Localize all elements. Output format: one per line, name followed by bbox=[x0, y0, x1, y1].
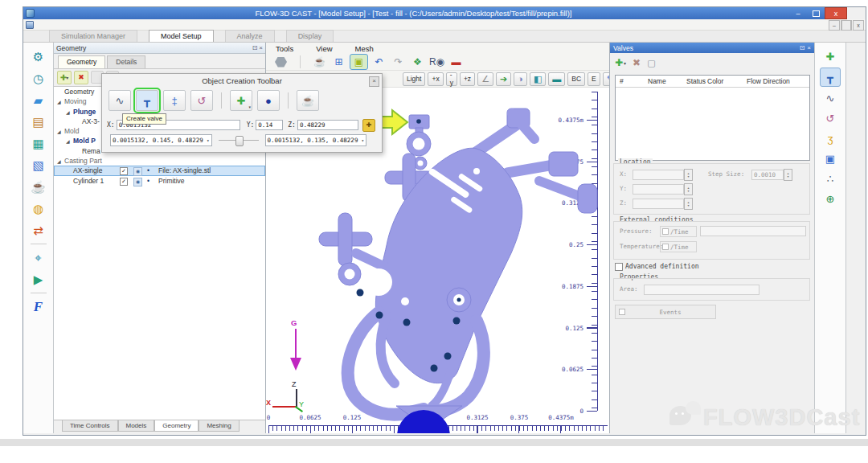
move-object-icon[interactable]: ✚ bbox=[362, 119, 375, 132]
slider-handle[interactable] bbox=[235, 136, 244, 146]
mdi-close-button[interactable]: x bbox=[853, 20, 864, 31]
pour-ladle-icon[interactable]: ☕ bbox=[297, 90, 319, 111]
step-size-field[interactable]: 0.0010 bbox=[751, 170, 784, 180]
delete-valve-button[interactable]: ✖ bbox=[633, 57, 641, 68]
valve-tool-icon[interactable]: ┳ bbox=[820, 68, 841, 87]
events-button[interactable]: Events bbox=[615, 305, 716, 319]
create-vent-icon[interactable]: ↺ bbox=[190, 90, 213, 111]
copy-valve-button[interactable]: ▢ bbox=[647, 58, 655, 68]
undo-icon[interactable]: ↶ bbox=[371, 55, 387, 69]
add-geometry-button[interactable]: ✚▾ bbox=[57, 71, 72, 84]
y-coordinate-field[interactable]: 0.14 bbox=[256, 120, 283, 130]
flow3d-logo[interactable]: F bbox=[28, 296, 49, 317]
menu-item[interactable] bbox=[56, 20, 66, 29]
menu-item[interactable] bbox=[76, 20, 85, 29]
render-visibility-icon[interactable]: R◉ bbox=[428, 55, 445, 69]
geometry-subtab[interactable]: Geometry bbox=[58, 55, 105, 68]
clip-plane-icon[interactable]: ◧ bbox=[530, 72, 546, 86]
z-coordinate-field[interactable]: 0.48229 bbox=[297, 120, 358, 130]
location-y-stepper[interactable]: ▴▾ bbox=[684, 183, 693, 195]
tree-row-cylinder-1[interactable]: Cylinder 1 ✓ ◉ • Primitive bbox=[54, 176, 265, 186]
edit-mesh-button[interactable]: E bbox=[588, 72, 600, 86]
pin-icon[interactable]: ⊡ bbox=[252, 44, 258, 51]
mdi-restore-button[interactable] bbox=[841, 20, 852, 31]
location-y-field[interactable] bbox=[633, 184, 684, 195]
global-source-icon[interactable]: ⊕ bbox=[821, 190, 840, 207]
delete-geometry-button[interactable]: ✖ bbox=[74, 71, 88, 84]
tree-row-ax-single[interactable]: AX-single ✓ ◉ • File: AX-single.stl bbox=[54, 166, 265, 175]
stamp-icon[interactable]: ❖ bbox=[409, 55, 426, 69]
particles-icon[interactable]: ∴ bbox=[821, 170, 840, 187]
close-button[interactable]: x bbox=[825, 7, 847, 19]
global-settings-icon[interactable]: ⚙ bbox=[28, 46, 49, 67]
btab-models[interactable]: Models bbox=[118, 420, 155, 432]
menu-view[interactable]: View bbox=[311, 44, 337, 53]
location-x-stepper[interactable]: ▴▾ bbox=[684, 169, 693, 181]
menu-item[interactable] bbox=[104, 20, 114, 29]
highlight-box-icon[interactable]: ▣ bbox=[350, 54, 368, 70]
btab-meshing[interactable]: Meshing bbox=[199, 420, 239, 432]
pressure-time-toggle[interactable]: /Time bbox=[660, 226, 697, 237]
pin-icon[interactable]: ⊡ bbox=[800, 44, 805, 51]
add-object-icon[interactable]: ✚▾ bbox=[230, 90, 252, 111]
view-plus-x-button[interactable]: +x bbox=[428, 72, 443, 86]
restore-button[interactable] bbox=[807, 8, 825, 18]
close-icon[interactable]: × bbox=[259, 44, 263, 51]
geometry-domain-icon[interactable]: ▧ bbox=[28, 154, 49, 175]
area-field[interactable] bbox=[644, 285, 760, 295]
minimize-button[interactable]: – bbox=[789, 8, 807, 18]
axis-angle-icon[interactable]: ∠ bbox=[477, 72, 493, 86]
mdi-minimize-button[interactable]: – bbox=[829, 20, 840, 31]
menu-item[interactable] bbox=[47, 20, 56, 29]
view-plus-z-button[interactable]: +z bbox=[460, 72, 475, 86]
menu-tools[interactable]: Tools bbox=[271, 44, 298, 53]
materials-database-icon[interactable]: ▤ bbox=[28, 111, 49, 132]
shading-icon[interactable]: ◑ bbox=[514, 72, 527, 86]
history-probe-icon[interactable]: ∿ bbox=[821, 89, 840, 107]
probe-search-icon[interactable]: ⌖ bbox=[28, 247, 49, 268]
tab-model-setup[interactable]: Model Setup bbox=[149, 30, 214, 42]
fluids-icon[interactable]: ▰ bbox=[28, 89, 49, 110]
fly-through-icon[interactable]: ➔ bbox=[496, 72, 511, 86]
tab-analyze[interactable]: Analyze bbox=[225, 30, 275, 42]
add-valve-button[interactable]: ✚▾ bbox=[615, 57, 626, 68]
valves-table[interactable]: # Name Status Color Flow Direction bbox=[615, 75, 810, 161]
menu-item[interactable] bbox=[37, 20, 47, 29]
eraser-icon[interactable]: ▬ bbox=[448, 55, 465, 69]
step-size-stepper[interactable]: ▴▾ bbox=[784, 169, 792, 181]
visibility-checkbox[interactable]: ✓ bbox=[120, 178, 128, 186]
vent-icon[interactable]: ↺ bbox=[821, 109, 840, 127]
object-creation-toolbar-dialog[interactable]: Object Creation Toolbar × ∿┳‡↺✚▾●☕ Creat… bbox=[101, 73, 383, 153]
btab-geometry[interactable]: Geometry bbox=[154, 420, 199, 432]
btab-time-controls[interactable]: Time Controls bbox=[62, 420, 118, 432]
min-extent-combobox[interactable]: 0.0015132, 0.145, 0.48229▾ bbox=[110, 134, 212, 146]
max-extent-combobox[interactable]: 0.0015132, 0.135, 0.48229▾ bbox=[265, 134, 367, 146]
mesh-block-icon[interactable] bbox=[272, 55, 289, 69]
minus-toggle-icon[interactable]: ▬ bbox=[548, 72, 565, 86]
light-button[interactable]: Light bbox=[403, 72, 425, 86]
menu-item[interactable] bbox=[124, 20, 133, 29]
menu-item[interactable] bbox=[95, 20, 104, 29]
eye-icon[interactable]: ◉ bbox=[133, 178, 142, 186]
pour-cup-icon[interactable]: ☕ bbox=[311, 55, 328, 69]
location-z-field[interactable] bbox=[633, 199, 684, 209]
redo-icon[interactable]: ↷ bbox=[390, 55, 407, 69]
boundary-conditions-icon[interactable]: ⇄ bbox=[28, 219, 49, 240]
add-icon[interactable]: ✚ bbox=[821, 47, 840, 65]
ladle-icon[interactable]: ☕ bbox=[28, 176, 49, 197]
visibility-checkbox[interactable]: ✓ bbox=[120, 167, 128, 175]
simulation-time-icon[interactable]: ◷ bbox=[28, 68, 49, 88]
create-thermocouple-icon[interactable]: ‡ bbox=[163, 90, 186, 111]
menu-mesh[interactable]: Mesh bbox=[350, 44, 379, 53]
void-pointer-icon[interactable]: ▣ bbox=[821, 150, 840, 167]
fluid-source-icon[interactable]: ◍ bbox=[28, 198, 49, 219]
location-x-field[interactable] bbox=[633, 170, 684, 180]
spray-paint-icon[interactable]: ✎ bbox=[603, 72, 609, 86]
menu-item[interactable] bbox=[114, 20, 124, 29]
menu-item[interactable] bbox=[66, 20, 76, 29]
tree-row-casting-part[interactable]: ◢Casting Part bbox=[54, 156, 265, 166]
add-component-icon[interactable]: ⊞ bbox=[330, 55, 347, 69]
meshing-cube-icon[interactable]: ▦ bbox=[28, 133, 49, 154]
create-probe-icon[interactable]: ∿ bbox=[108, 90, 131, 111]
dialog-close-button[interactable]: × bbox=[369, 76, 379, 87]
